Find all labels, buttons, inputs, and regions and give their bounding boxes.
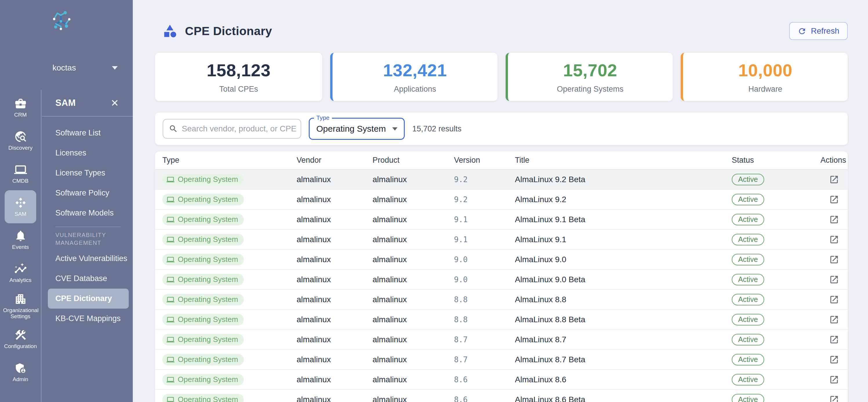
page-header: CPE Dictionary <box>162 22 848 40</box>
table-header-row: Type Vendor Product Version Title Status… <box>155 151 848 170</box>
title-cell: AlmaLinux 9.0 Beta <box>515 275 732 284</box>
open-in-new-icon[interactable] <box>829 175 839 184</box>
rail-item-events[interactable]: Events <box>5 223 36 256</box>
column-header-status: Status <box>732 156 820 165</box>
rail-item-configuration[interactable]: Configuration <box>5 322 36 355</box>
status-badge: Active <box>732 274 764 285</box>
stat-value: 10,000 <box>738 60 793 80</box>
laptop-icon <box>166 175 175 183</box>
table-row[interactable]: Operating System almalinux almalinux 8.6… <box>155 390 848 402</box>
table-row[interactable]: Operating System almalinux almalinux 9.1… <box>155 210 848 230</box>
table-body: Operating System almalinux almalinux 9.2… <box>155 170 848 402</box>
vendor-cell: almalinux <box>297 295 373 304</box>
table-row[interactable]: Operating System almalinux almalinux 8.8… <box>155 310 848 330</box>
open-in-new-icon[interactable] <box>829 355 839 365</box>
open-in-new-icon[interactable] <box>829 235 839 245</box>
menu-item-cpe-dictionary[interactable]: CPE Dictionary <box>48 289 129 309</box>
rail-item-sam[interactable]: SAM <box>5 190 36 223</box>
open-in-new-icon[interactable] <box>829 315 839 324</box>
type-badge: Operating System <box>162 174 244 185</box>
type-badge: Operating System <box>162 334 244 345</box>
table-row[interactable]: Operating System almalinux almalinux 9.0… <box>155 270 848 290</box>
stat-card: 10,000 Hardware <box>681 53 848 101</box>
open-in-new-icon[interactable] <box>829 295 839 305</box>
search-input[interactable] <box>182 124 299 134</box>
stats-cards: 158,123 Total CPEs 132,421 Applications … <box>155 53 848 101</box>
menu-item-kb-cve-mappings[interactable]: KB-CVE Mappings <box>42 309 133 328</box>
type-select-value: Operating System <box>316 124 386 134</box>
open-in-new-icon[interactable] <box>829 275 839 285</box>
menu-item-software-policy[interactable]: Software Policy <box>42 183 133 203</box>
rail-label: SAM <box>14 211 26 217</box>
status-badge: Active <box>732 294 764 306</box>
status-badge: Active <box>732 214 764 225</box>
open-in-new-icon[interactable] <box>829 335 839 345</box>
rail-item-crm[interactable]: CRM <box>5 91 36 124</box>
menu-item-active-vulnerabilities[interactable]: Active Vulnerabilities <box>42 249 133 268</box>
title-cell: AlmaLinux 8.8 Beta <box>515 315 732 324</box>
type-badge: Operating System <box>162 254 244 265</box>
open-in-new-icon[interactable] <box>829 375 839 384</box>
table-row[interactable]: Operating System almalinux almalinux 9.2… <box>155 170 848 190</box>
refresh-label: Refresh <box>811 26 839 36</box>
title-cell: AlmaLinux 8.7 <box>515 335 732 344</box>
version-cell: 9.1 <box>454 215 515 224</box>
table-row[interactable]: Operating System almalinux almalinux 8.6… <box>155 370 848 390</box>
rail-item-analytics[interactable]: Analytics <box>5 256 36 289</box>
version-cell: 8.6 <box>454 395 515 402</box>
type-badge-label: Operating System <box>178 315 238 324</box>
rail-label: Admin <box>13 376 28 382</box>
rail-item-cmdb[interactable]: CMDB <box>5 157 36 190</box>
refresh-button[interactable]: Refresh <box>789 22 848 40</box>
type-badge: Operating System <box>162 194 244 205</box>
table-row[interactable]: Operating System almalinux almalinux 8.7… <box>155 350 848 370</box>
menu-item-software-list[interactable]: Software List <box>42 123 133 143</box>
table-row[interactable]: Operating System almalinux almalinux 8.8… <box>155 290 848 310</box>
rail-item-admin[interactable]: Admin <box>5 355 36 389</box>
rail-item-organizational-settings[interactable]: Organizational Settings <box>5 289 36 322</box>
title-cell: AlmaLinux 8.8 <box>515 295 732 304</box>
laptop-icon <box>166 396 175 402</box>
menu-item-cve-database[interactable]: CVE Database <box>42 268 133 289</box>
insights-icon <box>14 262 27 275</box>
type-badge-label: Operating System <box>178 235 238 244</box>
rail-label: Configuration <box>4 343 37 349</box>
menu-item-license-types[interactable]: License Types <box>42 163 133 183</box>
version-cell: 8.7 <box>454 335 515 344</box>
open-in-new-icon[interactable] <box>829 395 839 402</box>
stat-card: 158,123 Total CPEs <box>155 53 322 101</box>
table-row[interactable]: Operating System almalinux almalinux 8.7… <box>155 330 848 350</box>
main-content: CPE Dictionary Refresh 158,123 Total CPE… <box>133 0 868 402</box>
type-badge-label: Operating System <box>178 175 238 184</box>
building-icon <box>14 293 27 306</box>
type-badge-label: Operating System <box>178 395 238 402</box>
type-badge: Operating System <box>162 314 244 325</box>
rail-item-discovery[interactable]: Discovery <box>5 124 36 157</box>
vendor-cell: almalinux <box>297 235 373 244</box>
product-cell: almalinux <box>373 215 454 224</box>
type-select[interactable]: Type Operating System <box>309 118 405 140</box>
laptop-icon <box>166 316 175 324</box>
workspace-selector[interactable]: koctas <box>39 60 133 76</box>
rail-label: Discovery <box>8 145 32 151</box>
type-badge: Operating System <box>162 354 244 366</box>
status-badge: Active <box>732 194 764 205</box>
type-badge-label: Operating System <box>178 195 238 204</box>
laptop-icon <box>166 196 175 204</box>
table-row[interactable]: Operating System almalinux almalinux 9.1… <box>155 230 848 250</box>
open-in-new-icon[interactable] <box>829 255 839 264</box>
open-in-new-icon[interactable] <box>829 214 839 225</box>
globe-search-icon <box>14 130 27 143</box>
menu-item-licenses[interactable]: Licenses <box>42 143 133 163</box>
table-row[interactable]: Operating System almalinux almalinux 9.0… <box>155 250 848 270</box>
open-in-new-icon[interactable] <box>829 195 839 204</box>
section-label-vulnerability-management: Vulnerability Management <box>42 231 133 249</box>
type-badge-label: Operating System <box>178 215 238 224</box>
version-cell: 8.7 <box>454 355 515 364</box>
title-cell: AlmaLinux 9.2 <box>515 195 732 204</box>
close-icon[interactable]: ✕ <box>111 98 119 108</box>
status-badge: Active <box>732 234 764 246</box>
menu-item-software-models[interactable]: Software Models <box>42 203 133 223</box>
version-cell: 8.6 <box>454 375 515 384</box>
table-row[interactable]: Operating System almalinux almalinux 9.2… <box>155 190 848 210</box>
